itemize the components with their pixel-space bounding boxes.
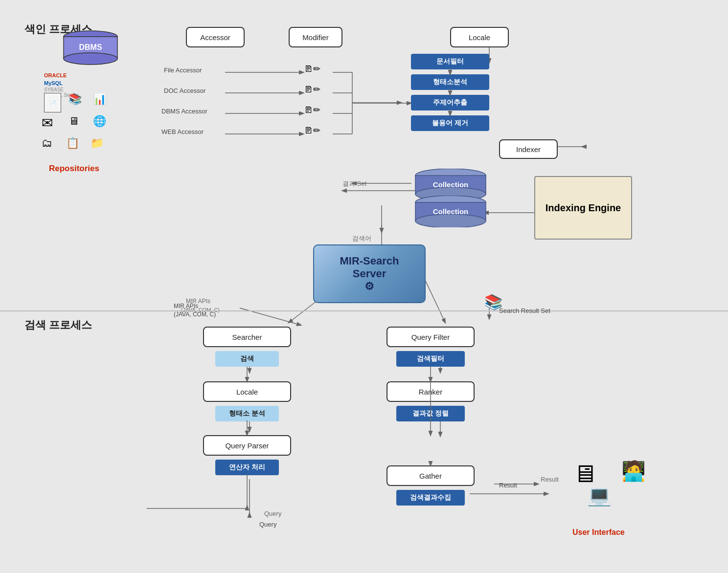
section-divider — [0, 310, 728, 311]
indexing-engine-box: Indexing Engine — [534, 176, 632, 240]
repositories-label: Repositories — [49, 164, 99, 174]
search-result-set-label: Search Result Set — [499, 307, 550, 314]
modifier-box: Modifier — [289, 27, 342, 47]
indexer-box: Indexer — [499, 139, 558, 159]
modifier-icon-3: 🖹✏ — [304, 105, 320, 115]
svg-text:검색어: 검색어 — [352, 235, 371, 242]
dbms-accessor-label: DBMS Accessor — [161, 108, 207, 115]
mir-apis-label: MIR APIs(JAVA, COM, C) — [174, 302, 216, 319]
web-accessor-label: WEB Accessor — [161, 128, 204, 135]
file-accessor-label: File Accessor — [164, 66, 202, 74]
result-set-icon: 📚 — [484, 293, 502, 310]
svg-point-33 — [64, 53, 117, 65]
modifier-icon-4: 🖹✏ — [304, 125, 320, 136]
modifier-icon-1: 🖹✏ — [304, 64, 320, 74]
mir-server-box: MIR-SearchServer ⚙ — [313, 244, 426, 303]
modifier-icon-2: 🖹✏ — [304, 84, 320, 95]
main-container: 결과 Set 검색어 MIR APIs (JAVA, COM, C) Query — [0, 0, 728, 573]
repo-icons: 📄 ✉ 🖥 📚 🌐 📊 🗂 📋 📁 — [39, 93, 127, 156]
doc-accessor-label: DOC Accessor — [164, 87, 205, 94]
svg-text:DBMS: DBMS — [79, 43, 102, 51]
svg-line-17 — [426, 281, 445, 323]
accessor-box: Accessor — [186, 27, 245, 47]
locale-box-top: Locale — [450, 27, 509, 47]
doc-filter-btn: 문서필터 — [411, 54, 489, 69]
dbms-container: DBMS — [59, 29, 122, 68]
